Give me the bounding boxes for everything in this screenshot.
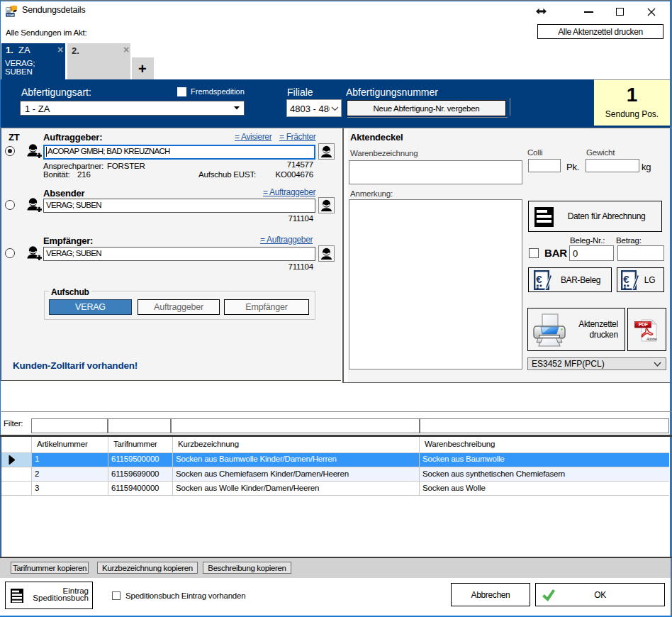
svg-text:PDF: PDF [639, 322, 649, 327]
svg-text:12345: 12345 [6, 13, 15, 17]
svg-text:€: € [536, 273, 542, 285]
svg-text:Adobe: Adobe [646, 337, 656, 341]
svg-text:€: € [623, 273, 629, 285]
